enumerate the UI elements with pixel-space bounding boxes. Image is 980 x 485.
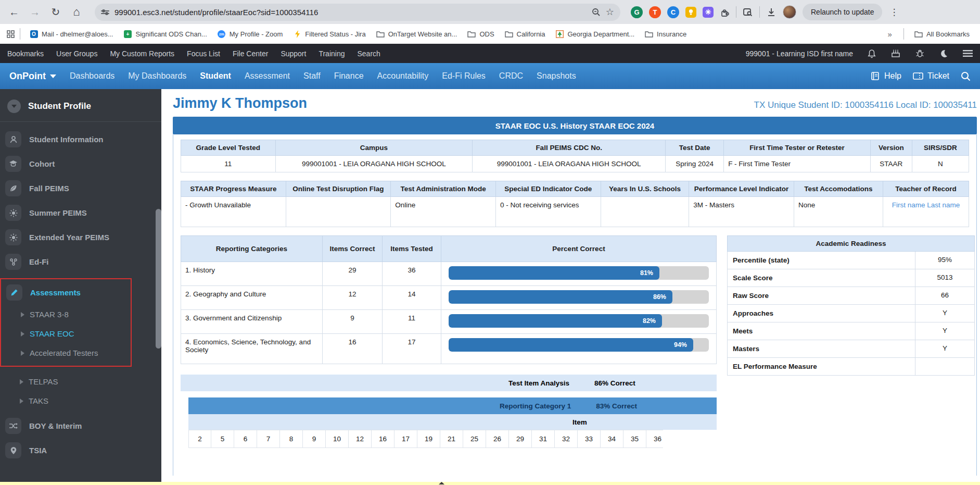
sidebar-item-fall-peims[interactable]: Fall PEIMS [0,176,161,201]
items-tested-value: 36 [383,262,441,286]
sidebar-subitem-staar-3-8[interactable]: STAAR 3-8 [1,305,131,324]
bookmark-star-icon[interactable]: ☆ [606,6,614,18]
sidebar-item-assessments[interactable]: Assessments [1,280,131,305]
bookmark-folder-insurance[interactable]: Insurance [641,28,691,40]
years-us-schools-value [601,197,689,227]
sidebar-subitem-accelerated-testers[interactable]: Accelerated Testers [1,343,131,363]
bookmark-folder-california[interactable]: California [501,28,550,40]
performance-level-value: 3M - Masters [689,197,794,227]
nav-finance[interactable]: Finance [334,71,364,81]
bookmark-jira-filter[interactable]: Filtered Status - Jira [289,28,370,40]
item-number: 9 [303,430,326,448]
nav-snapshots[interactable]: Snapshots [537,71,576,81]
site-settings-icon[interactable] [101,10,109,14]
bookmark-zoom-profile[interactable]: zm My Profile - Zoom [213,28,287,40]
blue-extension-icon[interactable]: C [667,6,679,18]
nav-user-groups[interactable]: User Groups [56,49,97,58]
nav-my-custom-reports[interactable]: My Custom Reports [110,49,174,58]
bookmark-mail[interactable]: O Mail - dhelmer@aloes... [26,28,117,40]
bookmark-folder-ontarget[interactable]: OnTarget Website an... [372,28,462,40]
item-number: 21 [440,430,463,448]
column-header: Online Test Disruption Flag [286,181,391,197]
sidebar-item-student-information[interactable]: Student Information [0,127,161,152]
category-label: 2. Geography and Culture [181,286,323,310]
sirs-sdr-value: N [912,156,969,172]
orange-extension-icon[interactable]: T [649,6,661,18]
column-header: Items Tested [383,236,441,262]
birthday-cake-icon[interactable] [890,48,901,59]
bookmark-folder-ods[interactable]: ODS [463,28,498,40]
lightbulb-extension-icon[interactable] [685,7,696,18]
nav-search[interactable]: Search [357,49,380,58]
sidebar-subitem-staar-eoc[interactable]: STAAR EOC [1,324,131,343]
apps-grid-icon[interactable] [6,30,15,38]
relaunch-button[interactable]: Relaunch to update [803,4,882,20]
teacher-of-record-link[interactable]: First name Last name [883,197,969,227]
academic-readiness-title: Academic Readiness [728,236,975,252]
search-tabs-icon[interactable] [743,7,753,17]
sidebar-header[interactable]: Student Profile [0,89,161,122]
item-number: 34 [601,430,623,448]
nav-edfi-rules[interactable]: Ed-Fi Rules [442,71,486,81]
nav-crdc[interactable]: CRDC [499,71,523,81]
chrome-menu-icon[interactable]: ⋮ [888,7,899,18]
network-icon [5,254,21,270]
items-correct-value: 16 [323,334,383,364]
collapse-chevron-icon[interactable] [7,100,21,113]
percent-bar: 81% [449,266,659,280]
ticket-button[interactable]: Ticket [913,71,949,81]
sidebar-item-summer-peims[interactable]: Summer PEIMS [0,201,161,225]
back-button[interactable]: ← [5,3,23,21]
jira-bolt-icon [293,30,301,38]
sidebar-scrollbar-thumb[interactable] [156,209,161,349]
nav-accountability[interactable]: Accountability [377,71,429,81]
table-row: Raw Score66 [728,287,975,305]
ticket-icon [913,72,923,80]
nav-dashboards[interactable]: Dashboards [70,71,114,81]
all-bookmarks-button[interactable]: All Bookmarks [910,28,974,40]
extensions-puzzle-icon[interactable] [720,7,730,17]
sidebar-item-boy-interim[interactable]: BOY & Interim [0,414,161,438]
nav-focus-list[interactable]: Focus List [187,49,220,58]
grammarly-extension-icon[interactable]: G [631,6,643,18]
nav-my-dashboards[interactable]: My Dashboards [128,71,186,81]
snowflake-extension-icon[interactable]: ✳ [703,7,714,18]
bookmark-georgia[interactable]: Georgia Department... [551,28,639,40]
table-row: - Growth Unavailable Online 0 - Not rece… [181,197,969,227]
nav-training[interactable]: Training [319,49,345,58]
bug-report-icon[interactable] [914,48,925,59]
nav-staff[interactable]: Staff [303,71,321,81]
bookmarks-overflow-icon[interactable]: » [883,30,897,39]
category-row: 1. History 29 36 81% [181,262,717,286]
sidebar-subitem-telpas[interactable]: TELPAS [0,372,161,391]
category-row: 3. Government and Citizenship 9 11 82% [181,310,717,334]
downloads-icon[interactable] [766,7,777,17]
sidebar-item-edfi[interactable]: Ed-Fi [0,250,161,274]
item-number: 2 [188,430,211,448]
home-button[interactable]: ⌂ [68,3,85,21]
forward-button[interactable]: → [26,3,44,21]
profile-avatar[interactable] [783,5,796,19]
nav-assessment[interactable]: Assessment [245,71,290,81]
nav-student[interactable]: Student [200,71,231,81]
notifications-bell-icon[interactable] [867,48,877,59]
nav-file-center[interactable]: File Center [233,49,268,58]
zoom-page-icon[interactable] [592,8,601,17]
sidebar-subitem-taks[interactable]: TAKS [0,391,161,411]
bookmark-ods-changes[interactable]: + Significant ODS Chan... [119,28,211,40]
dark-mode-moon-icon[interactable] [938,48,949,59]
sidebar-item-extended-year-peims[interactable]: Extended Year PEIMS [0,225,161,250]
onpoint-brand-menu[interactable]: OnPoint [9,71,56,82]
top-nav-bar: Bookmarks User Groups My Custom Reports … [0,44,980,63]
nav-bookmarks[interactable]: Bookmarks [7,49,44,58]
hamburger-menu-icon[interactable] [962,48,973,59]
url-bar[interactable]: 999001.esc3.net/student/profile/staarEoc… [95,4,620,21]
sidebar-item-tsia[interactable]: TSIA [0,438,161,463]
help-button[interactable]: Help [871,71,901,81]
reload-button[interactable]: ↻ [47,3,65,21]
search-icon[interactable] [961,71,971,81]
nav-support[interactable]: Support [281,49,306,58]
sidebar-item-cohort[interactable]: Cohort [0,152,161,176]
test-date-value: Spring 2024 [666,156,724,172]
url-text[interactable]: 999001.esc3.net/student/profile/staarEoc… [114,8,587,17]
